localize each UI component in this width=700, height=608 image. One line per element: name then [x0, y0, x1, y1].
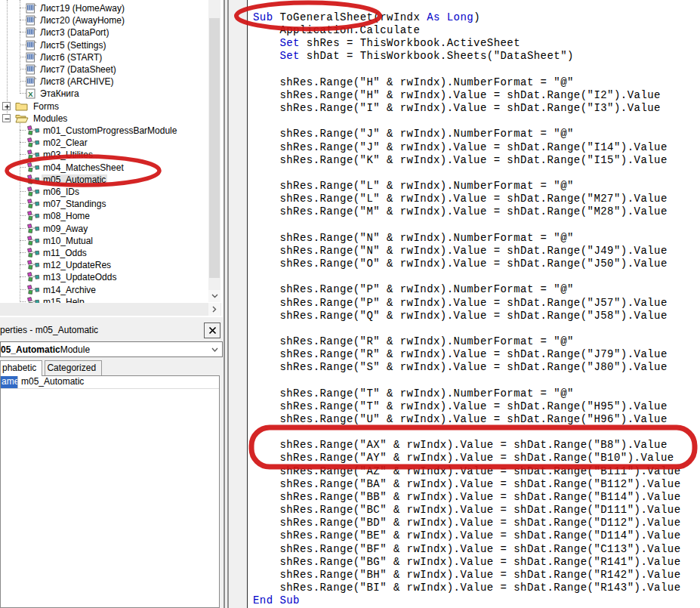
properties-panel: perties - m05_Automatic 05_Automatic Mod… — [0, 321, 223, 608]
code-line: shRes.Range("BC" & rwIndx).Value = shDat… — [253, 504, 681, 517]
tree-item-Лист8 (ARCHIVE)[interactable]: Лист8 (ARCHIVE) — [0, 76, 223, 88]
window-splitter[interactable] — [224, 0, 229, 608]
tree-item-Лист20 (AwayHome)[interactable]: Лист20 (AwayHome) — [0, 14, 223, 26]
scroll-down-button[interactable] — [208, 290, 220, 302]
code-line: shRes.Range("S" & rwIndx).Value = shDat.… — [253, 361, 668, 374]
object-type: Module — [60, 344, 90, 355]
tree-item-m02_Clear[interactable]: m02_Clear — [0, 137, 223, 149]
properties-panel-title: perties - m05_Automatic — [0, 325, 98, 335]
svg-text:X: X — [28, 90, 33, 98]
code-line: shRes.Range("BH" & rwIndx).Value = shDat… — [253, 569, 681, 582]
tree-folder-Modules[interactable]: Modules — [0, 113, 223, 125]
close-button[interactable] — [204, 323, 220, 338]
tree-item-m01_CustomProgressBarModule[interactable]: m01_CustomProgressBarModule — [0, 125, 223, 137]
tree-item-Лист6 (START)[interactable]: Лист6 (START) — [0, 51, 223, 63]
code-line: shRes.Range("AX" & rwIndx).Value = shDat… — [253, 439, 668, 452]
code-line: shRes.Range("BB" & rwIndx).Value = shDat… — [253, 491, 681, 504]
code-line: shRes.Range("AZ" & rwIndx).Value = shDat… — [253, 465, 681, 478]
code-line: shRes.Range("BD" & rwIndx).Value = shDat… — [253, 517, 681, 529]
worksheet-icon — [26, 40, 37, 51]
folder-open-icon — [15, 113, 29, 123]
project-explorer-tree[interactable]: Лист19 (HomeAway) Лист20 (AwayHome) Лист… — [0, 0, 223, 317]
code-line: Set shRes = ThisWorkbook.ActiveSheet — [253, 37, 520, 50]
module-icon — [27, 272, 40, 282]
tree-item-Лист5 (Settings)[interactable]: Лист5 (Settings) — [0, 39, 223, 51]
module-icon — [27, 174, 40, 184]
tree-item-m11_Odds[interactable]: m11_Odds — [0, 247, 223, 259]
code-editor[interactable]: Sub ToGeneralSheet(rwIndx As Long) Appli… — [248, 0, 700, 608]
code-line: shRes.Range("L" & rwIndx).NumberFormat =… — [253, 180, 574, 193]
tree-item-ЭтаКнига[interactable]: X ЭтаКнига — [0, 88, 223, 100]
code-line: shRes.Range("P" & rwIndx).NumberFormat =… — [253, 283, 574, 296]
code-line: shRes.Range("R" & rwIndx).Value = shDat.… — [253, 348, 668, 361]
module-icon — [27, 211, 40, 221]
tree-item-m03_Utilites[interactable]: m03_Utilites — [0, 149, 223, 161]
module-icon — [27, 150, 40, 159]
code-line: shRes.Range("N" & rwIndx).NumberFormat =… — [253, 232, 574, 245]
tab-alphabetic[interactable]: phabetic — [0, 360, 42, 376]
module-icon — [27, 248, 40, 258]
code-line: shRes.Range("BF" & rwIndx).Value = shDat… — [253, 543, 681, 556]
module-icon — [27, 224, 40, 233]
code-line: shRes.Range("R" & rwIndx).NumberFormat =… — [253, 335, 574, 348]
tree-item-m13_UpdateOdds[interactable]: m13_UpdateOdds — [0, 271, 223, 283]
properties-panel-header: perties - m05_Automatic — [0, 321, 223, 339]
code-line: Application.Calculate — [253, 24, 420, 37]
object-selector-dropdown[interactable]: 05_Automatic Module — [0, 341, 223, 357]
tree-item-m04_MatchesSheet[interactable]: m04_MatchesSheet — [0, 162, 223, 174]
worksheet-icon — [26, 52, 37, 63]
tree-horizontal-scrollbar[interactable] — [0, 303, 221, 316]
code-line: shRes.Range("O" & rwIndx).Value = shDat.… — [253, 258, 668, 270]
module-icon — [27, 199, 40, 208]
tree-item-m09_Away[interactable]: m09_Away — [0, 223, 223, 235]
code-line: shRes.Range("J" & rwIndx).Value = shDat.… — [253, 141, 668, 154]
code-line: shRes.Range("L" & rwIndx).Value = shDat.… — [253, 193, 668, 205]
code-line: shRes.Range("P" & rwIndx).Value = shDat.… — [253, 297, 668, 310]
tree-item-m06_IDs[interactable]: m06_IDs — [0, 186, 223, 198]
tab-categorized[interactable]: Categorized — [45, 360, 102, 375]
code-line: End Sub — [253, 594, 300, 607]
tree-item-Лист7 (DataSheet)[interactable]: Лист7 (DataSheet) — [0, 63, 223, 76]
scroll-right-button[interactable] — [208, 303, 220, 316]
close-icon — [208, 326, 217, 335]
code-line: shRes.Range("M" & rwIndx).Value = shDat.… — [253, 205, 668, 218]
properties-grid: ame) m05_Automatic — [0, 375, 220, 608]
property-row-name[interactable]: ame) m05_Automatic — [1, 376, 219, 389]
module-icon — [27, 187, 40, 196]
object-name: 05_Automatic — [1, 344, 60, 355]
code-line: shRes.Range("AY" & rwIndx).Value = shDat… — [253, 452, 674, 464]
worksheet-icon — [26, 76, 37, 87]
property-value-cell[interactable]: m05_Automatic — [18, 376, 84, 388]
code-line: shRes.Range("J" & rwIndx).NumberFormat =… — [253, 128, 574, 140]
chevron-down-icon — [211, 294, 218, 298]
tree-item-m12_UpdateRes[interactable]: m12_UpdateRes — [0, 259, 223, 271]
tree-folder-Forms[interactable]: Forms — [0, 100, 223, 113]
code-line: shRes.Range("K" & rwIndx).Value = shDat.… — [253, 154, 668, 167]
code-line: shRes.Range("U" & rwIndx).Value = shDat.… — [253, 413, 668, 426]
tree-vertical-scrollbar[interactable] — [208, 0, 220, 302]
properties-tabs: phabetic Categorized — [0, 360, 223, 375]
tree-item-m05_Automatic[interactable]: m05_Automatic — [0, 174, 223, 186]
workbook-icon: X — [26, 88, 36, 99]
code-line: shRes.Range("T" & rwIndx).Value = shDat.… — [253, 400, 668, 413]
code-line: shRes.Range("BA" & rwIndx).Value = shDat… — [253, 478, 681, 491]
code-line: shRes.Range("H" & rwIndx).NumberFormat =… — [253, 76, 574, 89]
code-line: shRes.Range("BG" & rwIndx).Value = shDat… — [253, 556, 681, 569]
property-name-cell[interactable]: ame) — [1, 376, 17, 388]
folder-closed-icon — [15, 101, 28, 111]
tree-item-m07_Standings[interactable]: m07_Standings — [0, 198, 223, 210]
module-icon — [27, 125, 40, 135]
worksheet-icon — [26, 3, 37, 14]
code-line: shRes.Range("T" & rwIndx).NumberFormat =… — [253, 387, 574, 400]
vba-editor-window: Лист19 (HomeAway) Лист20 (AwayHome) Лист… — [0, 0, 700, 608]
tree-item-Лист3 (DataPort)[interactable]: Лист3 (DataPort) — [0, 26, 223, 39]
tree-item-m14_Archive[interactable]: m14_Archive — [0, 284, 223, 296]
scrollbar-thumb[interactable] — [209, 18, 220, 278]
worksheet-icon — [26, 64, 37, 75]
module-icon — [27, 285, 40, 295]
tree-item-m10_Mutual[interactable]: m10_Mutual — [0, 235, 223, 247]
code-line: shRes.Range("BI" & rwIndx).Value = shDat… — [253, 582, 681, 594]
tree-item-m08_Home[interactable]: m08_Home — [0, 210, 223, 222]
tree-item-Лист19 (HomeAway)[interactable]: Лист19 (HomeAway) — [0, 2, 223, 14]
code-line: shRes.Range("BE" & rwIndx).Value = shDat… — [253, 529, 681, 542]
